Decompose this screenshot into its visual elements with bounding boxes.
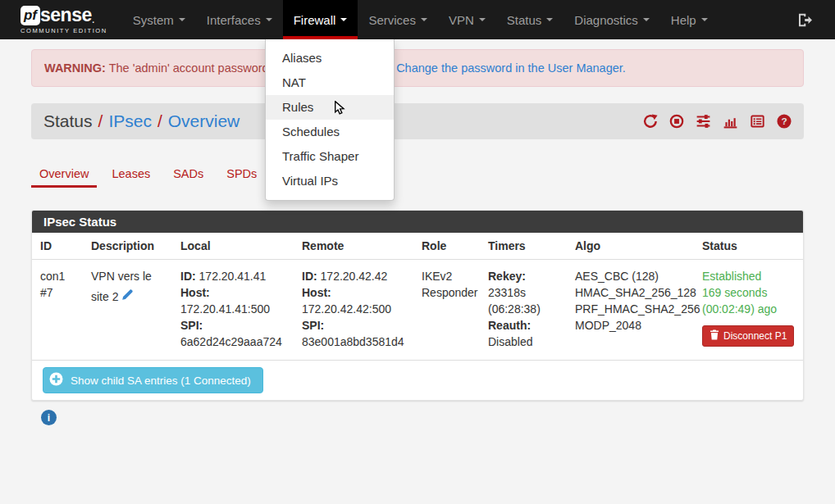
chevron-down-icon bbox=[340, 18, 347, 21]
tab-leases[interactable]: Leases bbox=[103, 161, 158, 188]
tab-spds[interactable]: SPDs bbox=[218, 161, 265, 188]
chevron-down-icon bbox=[421, 18, 427, 21]
top-navbar: pfsense. COMMUNITY EDITION System Interf… bbox=[0, 0, 835, 39]
firewall-dropdown-menu: Aliases NAT Rules Schedules Traffic Shap… bbox=[265, 39, 395, 201]
logo-dot: . bbox=[92, 12, 95, 25]
tab-overview[interactable]: Overview bbox=[31, 161, 97, 188]
panel-footer: Show child SA entries (1 Connected) bbox=[32, 361, 803, 400]
ipsec-status-table: ID Description Local Remote Role Timers … bbox=[32, 233, 803, 361]
menu-item-virtual-ips[interactable]: Virtual IPs bbox=[266, 169, 394, 193]
tab-sads[interactable]: SADs bbox=[165, 161, 212, 188]
status-established: Established bbox=[702, 268, 798, 284]
community-edition-tagline: COMMUNITY EDITION bbox=[21, 27, 107, 34]
cell-id: con1 #7 bbox=[32, 260, 83, 361]
pencil-edit-icon[interactable] bbox=[121, 288, 135, 305]
menu-status[interactable]: Status bbox=[496, 0, 564, 39]
chevron-down-icon bbox=[643, 18, 650, 21]
pfsense-logo-row: pfsense. bbox=[21, 6, 107, 25]
main-menu: System Interfaces Firewall Services VPN … bbox=[122, 0, 719, 39]
cell-status: Established 169 seconds (00:02:49) ago D… bbox=[694, 260, 803, 361]
col-remote: Remote bbox=[294, 233, 413, 260]
menu-services[interactable]: Services bbox=[358, 0, 438, 39]
menu-help[interactable]: Help bbox=[660, 0, 719, 39]
ipsec-tabs: Overview Leases SADs SPDs bbox=[31, 161, 804, 188]
col-description: Description bbox=[83, 233, 172, 260]
chevron-down-icon bbox=[179, 18, 185, 21]
breadcrumb-link-overview[interactable]: Overview bbox=[168, 111, 240, 130]
col-role: Role bbox=[413, 233, 480, 260]
menu-item-nat[interactable]: NAT bbox=[266, 70, 394, 95]
logout-icon[interactable] bbox=[796, 0, 835, 39]
svg-text:?: ? bbox=[781, 116, 787, 127]
stop-icon[interactable] bbox=[669, 114, 684, 129]
menu-diagnostics[interactable]: Diagnostics bbox=[564, 0, 660, 39]
cell-algo: AES_CBC (128) HMAC_SHA2_256_128 PRF_HMAC… bbox=[567, 260, 694, 361]
refresh-icon[interactable] bbox=[643, 114, 658, 129]
user-manager-link[interactable]: Change the password in the User Manager. bbox=[396, 61, 626, 75]
cell-description: VPN vers le site 2 bbox=[83, 260, 172, 361]
panel-title: IPsec Status bbox=[32, 211, 803, 233]
cell-local: ID: 172.20.41.41 Host: 172.20.41.41:500 … bbox=[172, 260, 294, 361]
warning-text: The 'admin' account password is bbox=[106, 61, 281, 75]
trash-icon bbox=[710, 329, 719, 343]
sliders-filter-icon[interactable] bbox=[696, 114, 711, 129]
menu-firewall[interactable]: Firewall bbox=[283, 0, 358, 39]
breadcrumb: Status/IPsec/Overview bbox=[43, 111, 240, 131]
pf-logo-box: pf bbox=[21, 6, 40, 25]
col-id: ID bbox=[32, 233, 83, 260]
menu-vpn[interactable]: VPN bbox=[438, 0, 496, 39]
sense-logo-text: sense bbox=[40, 6, 92, 25]
cell-role: IKEv2 Responder bbox=[413, 260, 480, 361]
menu-item-schedules[interactable]: Schedules bbox=[266, 120, 394, 144]
chevron-down-icon bbox=[701, 18, 708, 21]
col-timers: Timers bbox=[480, 233, 567, 260]
cell-remote: ID: 172.20.42.42 Host: 172.20.42.42:500 … bbox=[294, 260, 413, 361]
menu-item-rules[interactable]: Rules bbox=[266, 95, 394, 120]
menu-interfaces[interactable]: Interfaces bbox=[196, 0, 283, 39]
help-icon[interactable]: ? bbox=[777, 114, 792, 129]
info-icon[interactable]: i bbox=[41, 410, 57, 425]
log-list-icon[interactable] bbox=[750, 114, 765, 129]
col-algo: Algo bbox=[567, 233, 694, 260]
table-header-row: ID Description Local Remote Role Timers … bbox=[32, 233, 803, 260]
chevron-down-icon bbox=[479, 18, 486, 21]
ipsec-status-panel: IPsec Status ID Description Local Remote… bbox=[31, 210, 804, 401]
menu-item-traffic-shaper[interactable]: Traffic Shaper bbox=[266, 144, 394, 169]
pfsense-logo[interactable]: pfsense. COMMUNITY EDITION bbox=[21, 0, 107, 39]
header-action-icons: ? bbox=[643, 114, 792, 129]
page-header-bar: Status/IPsec/Overview bbox=[31, 103, 804, 139]
breadcrumb-link-ipsec[interactable]: IPsec bbox=[108, 111, 152, 130]
cell-timers: Rekey: 23318s (06:28:38) Reauth: Disable… bbox=[480, 260, 567, 361]
col-local: Local bbox=[172, 233, 294, 260]
col-status: Status bbox=[694, 233, 803, 260]
warning-prefix: WARNING: bbox=[44, 61, 106, 75]
breadcrumb-section: Status bbox=[43, 111, 93, 130]
menu-system[interactable]: System bbox=[122, 0, 196, 39]
password-warning-alert: WARNING: The 'admin' account password is… bbox=[31, 49, 804, 87]
bar-chart-icon[interactable] bbox=[723, 114, 738, 129]
chevron-down-icon bbox=[266, 18, 272, 21]
menu-item-aliases[interactable]: Aliases bbox=[266, 46, 394, 70]
plus-circle-icon bbox=[49, 372, 63, 388]
show-child-sa-button[interactable]: Show child SA entries (1 Connected) bbox=[43, 367, 263, 393]
chevron-down-icon bbox=[546, 18, 553, 21]
disconnect-p1-button[interactable]: Disconnect P1 bbox=[702, 325, 794, 347]
table-row: con1 #7 VPN vers le site 2 ID: 172.20.41… bbox=[32, 260, 803, 361]
